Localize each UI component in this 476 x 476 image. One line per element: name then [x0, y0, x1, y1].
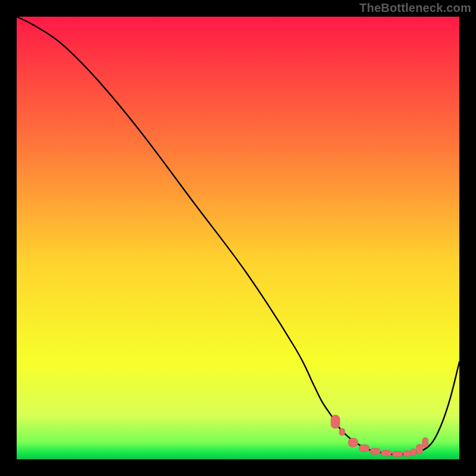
- optimal-marker: [331, 415, 340, 428]
- optimal-marker: [370, 448, 380, 454]
- optimal-marker: [348, 438, 358, 447]
- optimal-marker: [416, 444, 422, 454]
- gradient-background: [17, 17, 459, 459]
- optimal-marker: [381, 450, 392, 456]
- chart-svg: [17, 17, 459, 459]
- chart-frame: TheBottleneck.com: [0, 0, 476, 476]
- watermark: TheBottleneck.com: [359, 1, 471, 15]
- optimal-marker: [359, 444, 369, 452]
- optimal-marker: [422, 438, 428, 447]
- optimal-marker: [392, 452, 402, 457]
- optimal-marker: [411, 449, 416, 456]
- bottleneck-chart: [17, 17, 459, 459]
- optimal-marker: [339, 428, 345, 436]
- optimal-marker: [403, 450, 411, 456]
